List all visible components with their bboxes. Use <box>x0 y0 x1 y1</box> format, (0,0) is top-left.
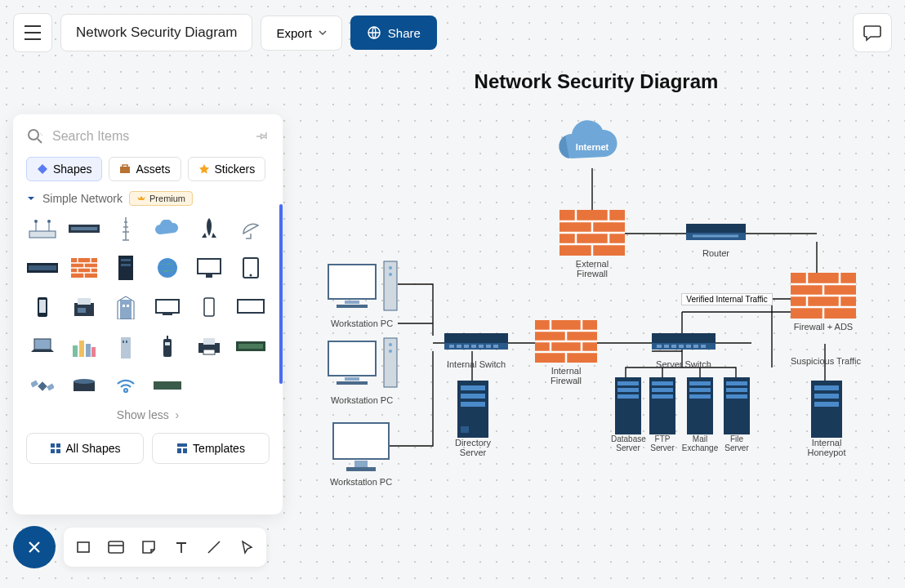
node-internal-firewall[interactable]: Internal Firewall <box>535 320 597 385</box>
scrollbar-thumb[interactable] <box>279 204 283 384</box>
search-input[interactable] <box>52 129 247 144</box>
server-icon <box>687 377 713 434</box>
shape-rack-switch-1[interactable] <box>68 214 100 243</box>
diagram-title-box[interactable]: Network Security Diagram <box>60 14 252 51</box>
svg-rect-113 <box>689 388 711 392</box>
text-icon <box>174 540 189 555</box>
shape-rack-switch-2[interactable] <box>26 253 59 283</box>
all-shapes-button[interactable]: All Shapes <box>26 433 144 464</box>
shape-fax-machine[interactable] <box>68 292 100 322</box>
tool-line[interactable] <box>198 531 230 564</box>
shape-server-tower[interactable] <box>109 253 142 283</box>
hamburger-menu-button[interactable] <box>13 13 52 52</box>
shape-building[interactable] <box>109 292 142 322</box>
svg-rect-45 <box>239 344 263 349</box>
shape-office-tower[interactable] <box>109 332 142 361</box>
node-server-switch[interactable]: Server Switch <box>652 333 716 369</box>
rectangle-icon <box>75 539 91 555</box>
shape-satellite-dish[interactable] <box>234 214 267 243</box>
shape-antenna-tower[interactable] <box>109 214 142 243</box>
svg-rect-32 <box>73 345 78 357</box>
node-directory-server[interactable]: Directory Server <box>452 381 494 457</box>
tab-shapes[interactable]: Shapes <box>26 157 102 181</box>
svg-rect-33 <box>79 341 84 357</box>
node-firewall-ads[interactable]: Firewall + ADS <box>791 273 856 332</box>
node-router[interactable]: Router <box>686 224 746 258</box>
node-internal-switch[interactable]: Internal Switch <box>444 333 508 369</box>
diamond-icon <box>37 163 48 175</box>
svg-rect-55 <box>56 449 60 453</box>
shape-phone-portrait[interactable] <box>193 292 225 322</box>
node-workstation-2[interactable]: Workstation PC <box>325 336 399 405</box>
tool-card[interactable] <box>100 531 132 564</box>
shape-satellite-small[interactable] <box>26 371 59 400</box>
share-button[interactable]: Share <box>350 16 437 50</box>
svg-rect-35 <box>91 347 96 357</box>
shape-cloud[interactable] <box>151 214 184 243</box>
shape-rack-unit[interactable] <box>234 332 267 361</box>
svg-rect-62 <box>686 224 746 233</box>
tool-rectangle[interactable] <box>67 531 100 564</box>
tool-pointer[interactable] <box>230 531 263 564</box>
tab-stickers[interactable]: Stickers <box>188 157 266 181</box>
shape-wifi-signal[interactable] <box>109 371 142 400</box>
svg-rect-117 <box>726 388 747 392</box>
category-header[interactable]: Simple Network Premium <box>26 191 270 206</box>
shape-flat-monitor[interactable] <box>151 292 184 322</box>
share-label: Share <box>388 26 421 40</box>
svg-point-19 <box>250 274 252 277</box>
shape-laptop[interactable] <box>26 332 59 361</box>
svg-rect-4 <box>29 231 56 238</box>
svg-point-74 <box>389 343 392 346</box>
templates-button[interactable]: Templates <box>152 433 270 464</box>
node-workstation-3[interactable]: Workstation PC <box>328 420 394 487</box>
svg-rect-51 <box>154 381 181 390</box>
svg-rect-38 <box>126 341 127 343</box>
node-ftp-server[interactable]: FTP Server <box>647 377 678 452</box>
svg-rect-48 <box>47 383 54 390</box>
close-toolbar-button[interactable] <box>13 526 56 568</box>
shape-cordless-phone[interactable] <box>151 332 184 361</box>
svg-rect-97 <box>664 345 669 348</box>
node-external-firewall[interactable]: External Firewall <box>559 210 625 278</box>
tool-note[interactable] <box>132 531 165 564</box>
shape-desktop-monitor[interactable] <box>193 253 225 283</box>
export-button[interactable]: Export <box>261 16 341 51</box>
shape-smartphone[interactable] <box>26 292 59 322</box>
show-less-button[interactable]: Show less › <box>26 408 270 421</box>
shape-widescreen[interactable] <box>234 292 267 322</box>
shape-printer[interactable] <box>193 332 225 361</box>
comments-button[interactable] <box>853 13 892 52</box>
shape-globe[interactable] <box>151 253 184 283</box>
diagram-canvas[interactable]: Network Security Diagram Internet Extern… <box>294 70 898 528</box>
shape-small-switch[interactable] <box>151 371 184 400</box>
tool-text[interactable] <box>165 531 198 564</box>
tab-shapes-label: Shapes <box>53 163 91 176</box>
svg-rect-47 <box>31 380 38 387</box>
node-mail-exchange[interactable]: Mail Exchange <box>681 377 719 452</box>
tab-assets[interactable]: Assets <box>109 157 181 181</box>
svg-rect-65 <box>345 301 359 304</box>
shape-disk-drive[interactable] <box>68 371 100 400</box>
shape-cityscape[interactable] <box>68 332 100 361</box>
node-workstation-1[interactable]: Workstation PC <box>325 260 399 328</box>
shape-brick-firewall[interactable] <box>68 253 100 283</box>
card-icon <box>107 540 125 555</box>
pin-icon[interactable] <box>255 129 270 144</box>
node-internet[interactable]: Internet <box>551 118 633 172</box>
svg-rect-122 <box>814 394 839 399</box>
shape-tablet[interactable] <box>234 253 267 283</box>
svg-rect-106 <box>617 394 639 399</box>
node-database-server[interactable]: Database Server <box>611 377 645 452</box>
search-icon[interactable] <box>26 127 44 145</box>
svg-rect-23 <box>78 298 91 305</box>
svg-rect-10 <box>29 265 56 270</box>
svg-rect-64 <box>328 265 376 299</box>
shape-rocket[interactable] <box>193 214 225 243</box>
shape-wifi-router[interactable] <box>26 214 59 243</box>
node-internal-honeypot[interactable]: Internal Honeypot <box>805 381 848 457</box>
node-file-server[interactable]: File Server <box>722 377 751 452</box>
svg-rect-79 <box>444 333 508 343</box>
server-icon <box>457 381 488 438</box>
svg-rect-54 <box>51 449 55 453</box>
